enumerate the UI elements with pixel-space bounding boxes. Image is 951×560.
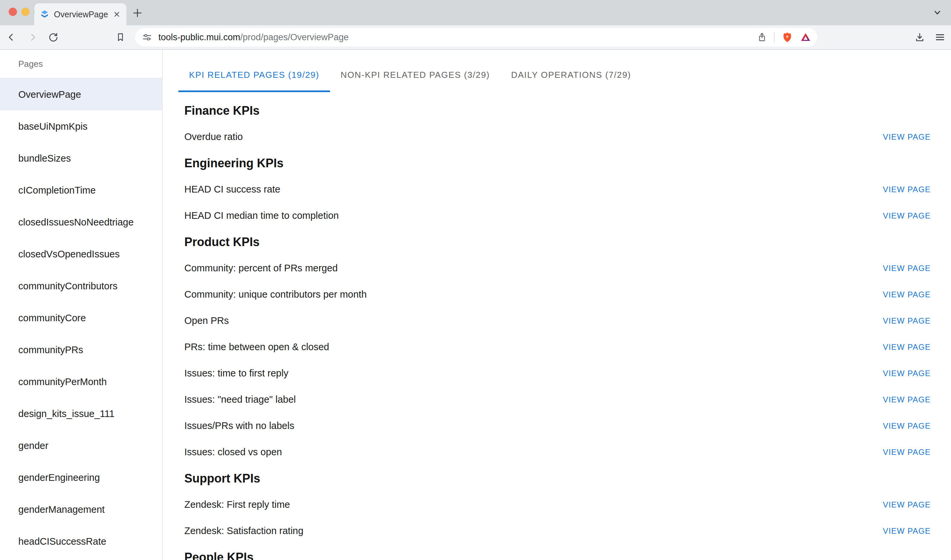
kpi-title: Issues: time to first reply [184, 368, 288, 379]
view-page-link[interactable]: VIEW PAGE [883, 395, 931, 405]
kpi-row: Zendesk: Satisfaction rating VIEW PAGE [178, 518, 931, 544]
reload-icon[interactable] [48, 32, 59, 43]
url-bar[interactable]: tools-public.mui.com/prod/pages/Overview… [135, 28, 817, 46]
view-page-link[interactable]: VIEW PAGE [883, 290, 931, 299]
window-minimize-button[interactable] [21, 8, 29, 16]
kpi-title: Issues: "need triage" label [184, 394, 296, 405]
view-page-link[interactable]: VIEW PAGE [883, 264, 931, 273]
tab-non-kpi-related-pages[interactable]: NON-KPI RELATED PAGES (3/29) [330, 50, 501, 92]
brave-shield-icon[interactable] [781, 31, 793, 43]
sidebar-item-design-kits-issue-111[interactable]: design_kits_issue_111 [0, 398, 162, 430]
view-page-link[interactable]: VIEW PAGE [883, 316, 931, 326]
kpi-title: HEAD CI median time to completion [184, 210, 339, 221]
tab-kpi-related-pages[interactable]: KPI RELATED PAGES (19/29) [178, 50, 330, 92]
sidebar-item-cicompletiontime[interactable]: cICompletionTime [0, 174, 162, 206]
view-page-link[interactable]: VIEW PAGE [883, 343, 931, 352]
kpi-row: Community: unique contributors per month… [178, 282, 931, 308]
section-heading-people: People KPIs [178, 544, 931, 560]
kpi-title: HEAD CI success rate [184, 184, 280, 195]
sidebar-item-headcisuccessrate[interactable]: headCISuccessRate [0, 525, 162, 557]
sidebar-item-communitycore[interactable]: communityCore [0, 302, 162, 334]
content-tabs: KPI RELATED PAGES (19/29) NON-KPI RELATE… [178, 50, 931, 92]
kpi-row: Zendesk: First reply time VIEW PAGE [178, 491, 931, 518]
kpi-title: PRs: time between open & closed [184, 342, 329, 352]
kpi-row: HEAD CI success rate VIEW PAGE [178, 176, 931, 203]
browser-tab-strip: OverviewPage [0, 0, 951, 25]
bookmark-icon[interactable] [115, 32, 126, 43]
kpi-row: HEAD CI median time to completion VIEW P… [178, 203, 931, 229]
kpi-row: Open PRs VIEW PAGE [178, 308, 931, 334]
sidebar-item-communitycontributors[interactable]: communityContributors [0, 270, 162, 302]
sidebar-item-communitypermonth[interactable]: communityPerMonth [0, 366, 162, 398]
view-page-link[interactable]: VIEW PAGE [883, 185, 931, 194]
view-page-link[interactable]: VIEW PAGE [883, 369, 931, 378]
download-icon[interactable] [914, 32, 925, 43]
forward-icon [27, 32, 38, 43]
back-icon[interactable] [6, 32, 17, 43]
view-page-link[interactable]: VIEW PAGE [883, 422, 931, 431]
section-heading-product: Product KPIs [178, 229, 931, 255]
sidebar-item-baseuinpmkpis[interactable]: baseUiNpmKpis [0, 111, 162, 142]
window-close-button[interactable] [9, 8, 17, 16]
kpi-title: Open PRs [184, 315, 229, 326]
kpi-title: Community: percent of PRs merged [184, 263, 338, 274]
share-icon[interactable] [757, 32, 767, 43]
kpi-list: Finance KPIs Overdue ratio VIEW PAGE Eng… [178, 97, 931, 560]
view-page-link[interactable]: VIEW PAGE [883, 132, 931, 142]
sidebar-item-gendermanagement[interactable]: genderManagement [0, 494, 162, 525]
kpi-title: Zendesk: First reply time [184, 499, 290, 510]
kpi-title: Overdue ratio [184, 131, 243, 142]
kpi-title: Issues: closed vs open [184, 446, 282, 458]
sidebar-list: OverviewPage baseUiNpmKpis bundleSizes c… [0, 78, 162, 557]
sidebar-item-closedvsopenedissues[interactable]: closedVsOpenedIssues [0, 238, 162, 270]
browser-toolbar: tools-public.mui.com/prod/pages/Overview… [0, 25, 951, 50]
kpi-row: Overdue ratio VIEW PAGE [178, 124, 931, 150]
sidebar-item-gender[interactable]: gender [0, 430, 162, 462]
main-panel: KPI RELATED PAGES (19/29) NON-KPI RELATE… [163, 50, 951, 560]
toolbar-divider [774, 32, 775, 43]
kpi-row: Issues/PRs with no labels VIEW PAGE [178, 413, 931, 439]
tab-search-chevron-icon[interactable] [933, 9, 942, 17]
site-settings-icon[interactable] [142, 32, 153, 43]
url-host: tools-public.mui.com [159, 32, 240, 42]
sidebar-item-genderengineering[interactable]: genderEngineering [0, 462, 162, 494]
sidebar: Pages OverviewPage baseUiNpmKpis bundleS… [0, 50, 163, 560]
sidebar-header: Pages [0, 50, 162, 78]
menu-icon[interactable] [934, 32, 946, 43]
section-heading-engineering: Engineering KPIs [178, 150, 931, 176]
view-page-link[interactable]: VIEW PAGE [883, 500, 931, 509]
kpi-row: Issues: closed vs open VIEW PAGE [178, 439, 931, 465]
kpi-title: Community: unique contributors per month [184, 289, 367, 300]
bat-rewards-icon[interactable] [800, 32, 811, 43]
section-heading-support: Support KPIs [178, 465, 931, 491]
kpi-row: Issues: "need triage" label VIEW PAGE [178, 386, 931, 413]
close-tab-icon[interactable] [113, 10, 121, 18]
view-page-link[interactable]: VIEW PAGE [883, 448, 931, 457]
sidebar-item-closedissuesnoneedtriage[interactable]: closedIssuesNoNeedtriage [0, 206, 162, 238]
new-tab-icon[interactable] [132, 7, 143, 18]
favicon-layers-icon [40, 9, 49, 19]
kpi-row: PRs: time between open & closed VIEW PAG… [178, 334, 931, 360]
view-page-link[interactable]: VIEW PAGE [883, 211, 931, 220]
kpi-title: Zendesk: Satisfaction rating [184, 525, 304, 536]
kpi-row: Community: percent of PRs merged VIEW PA… [178, 255, 931, 282]
kpi-row: Issues: time to first reply VIEW PAGE [178, 360, 931, 386]
section-heading-finance: Finance KPIs [178, 97, 931, 124]
url-path: /prod/pages/OverviewPage [240, 32, 349, 42]
page-content: Pages OverviewPage baseUiNpmKpis bundleS… [0, 50, 951, 560]
browser-tab[interactable]: OverviewPage [34, 3, 126, 25]
tab-daily-operations[interactable]: DAILY OPERATIONS (7/29) [501, 50, 641, 92]
view-page-link[interactable]: VIEW PAGE [883, 526, 931, 536]
url-text[interactable]: tools-public.mui.com/prod/pages/Overview… [159, 32, 757, 43]
sidebar-item-overviewpage[interactable]: OverviewPage [0, 78, 162, 111]
sidebar-item-bundlesizes[interactable]: bundleSizes [0, 142, 162, 174]
kpi-title: Issues/PRs with no labels [184, 420, 294, 431]
sidebar-item-communityprs[interactable]: communityPRs [0, 334, 162, 366]
tab-title: OverviewPage [54, 10, 113, 19]
